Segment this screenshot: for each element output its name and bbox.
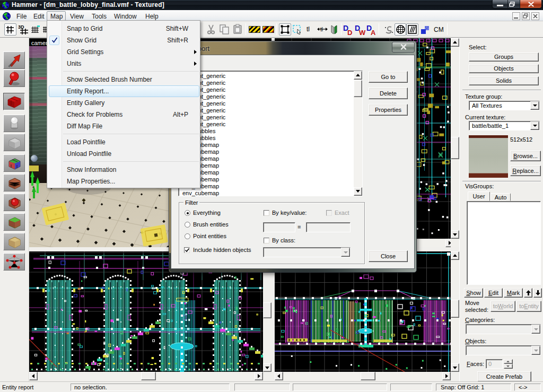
svg-text:3D: 3D — [18, 24, 24, 30]
svg-text:tl: tl — [320, 27, 323, 32]
svg-text:A: A — [371, 29, 376, 36]
svg-text:D: D — [347, 29, 352, 36]
svg-text:W: W — [359, 29, 366, 36]
